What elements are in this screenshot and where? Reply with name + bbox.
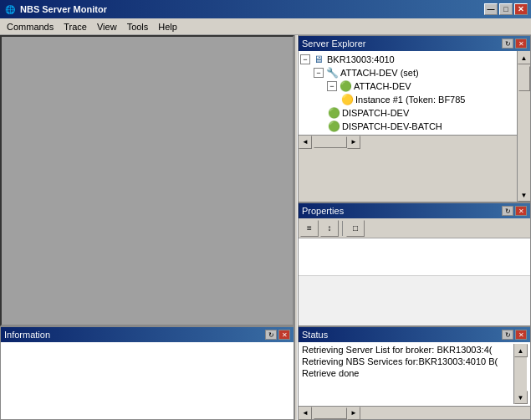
properties-description [299, 275, 530, 325]
dispatch-dev-icon: 🟢 [327, 106, 340, 120]
tree-item-attach-dev[interactable]: − 🟢 ATTACH-DEV [300, 79, 515, 93]
properties-close-button[interactable]: ✕ [515, 206, 527, 216]
server-explorer-close-button[interactable]: ✕ [515, 38, 527, 49]
server-label: BKR13003:4010 [327, 54, 395, 64]
tree-item-instance[interactable]: 🟡 Instance #1 (Token: BF785 [300, 93, 515, 106]
status-scroll-right[interactable]: ► [347, 407, 360, 420]
title-bar: 🌐 NBS Server Monitor — □ ✕ [0, 0, 531, 18]
tree-area: − 🖥 BKR13003:4010 − 🔧 ATTACH-DEV (set) [299, 51, 517, 135]
tree-scroll-right[interactable]: ► [347, 136, 360, 149]
tree-item-server[interactable]: − 🖥 BKR13003:4010 [300, 53, 515, 66]
server-explorer-header-buttons: ↻ ✕ [502, 38, 527, 49]
information-panel: Information ↻ ✕ [0, 326, 294, 420]
status-line-1: Retrieving Server List for broker: BKR13… [302, 344, 513, 356]
server-explorer-title: Server Explorer [302, 38, 365, 49]
menu-tools[interactable]: Tools [122, 20, 154, 33]
tree-scroll-thumb-v[interactable] [518, 66, 530, 91]
window-title: NBS Server Monitor [20, 4, 484, 14]
minimize-button[interactable]: — [484, 3, 498, 15]
properties-title: Properties [302, 206, 344, 216]
tree-expand-attach-set[interactable]: − [314, 68, 324, 78]
properties-pages-button[interactable]: □ [346, 220, 365, 237]
attach-dev-icon: 🟢 [339, 79, 352, 93]
server-explorer-refresh-button[interactable]: ↻ [502, 38, 513, 49]
status-scroll-down[interactable]: ▼ [514, 391, 528, 404]
properties-sort-button[interactable]: ↕ [320, 220, 339, 237]
attach-set-label: ATTACH-DEV (set) [340, 68, 419, 78]
status-panel: Status ↻ ✕ Retrieving Server List for br… [298, 326, 531, 420]
menu-view[interactable]: View [92, 20, 122, 33]
menu-help[interactable]: Help [153, 20, 182, 33]
tree-scroll-area: − 🖥 BKR13003:4010 − 🔧 ATTACH-DEV (set) [299, 51, 530, 202]
attach-set-icon: 🔧 [325, 66, 339, 79]
tree-expand-attach-dev[interactable]: − [327, 81, 337, 91]
main-content-area [0, 35, 294, 326]
status-scroll-thumb-h[interactable] [314, 407, 347, 419]
main-container: Information ↻ ✕ Server Explorer ↻ ✕ [0, 35, 531, 420]
properties-content [299, 238, 530, 275]
instance-icon: 🟡 [340, 93, 354, 106]
server-icon: 🖥 [312, 53, 325, 66]
status-text-area: Retrieving Server List for broker: BKR13… [302, 344, 513, 404]
status-line-2: Retrieving NBS Services for:BKR13003:401… [302, 356, 513, 367]
tree-scroll-left[interactable]: ◄ [299, 136, 312, 149]
maximize-button[interactable]: □ [499, 3, 513, 15]
status-scroll-left[interactable]: ◄ [299, 407, 312, 420]
status-content: Retrieving Server List for broker: BKR13… [299, 342, 530, 406]
information-refresh-button[interactable]: ↻ [265, 330, 277, 340]
tree-item-dispatch-dev[interactable]: 🟢 DISPATCH-DEV [300, 106, 515, 120]
dispatch-dev-label: DISPATCH-DEV [342, 108, 409, 118]
tree-item-attach-set[interactable]: − 🔧 ATTACH-DEV (set) [300, 66, 515, 79]
menu-commands[interactable]: Commands [2, 20, 59, 33]
properties-panel: Properties ↻ ✕ ≡ ↕ □ [298, 202, 531, 326]
tree-expand-server[interactable]: − [300, 54, 310, 64]
status-refresh-button[interactable]: ↻ [502, 330, 513, 340]
properties-header: Properties ↻ ✕ [299, 203, 530, 218]
right-panel: Server Explorer ↻ ✕ − 🖥 BKR13003:4010 [298, 35, 531, 420]
tree-v-scrollbar[interactable]: ▲ ▼ [517, 51, 530, 202]
information-title: Information [4, 330, 50, 340]
tree-content: − 🖥 BKR13003:4010 − 🔧 ATTACH-DEV (set) [299, 51, 517, 202]
dispatch-dev-batch-label: DISPATCH-DEV-BATCH [342, 121, 442, 131]
tree-scroll-up[interactable]: ▲ [518, 51, 531, 64]
close-button[interactable]: ✕ [514, 3, 528, 15]
server-explorer-header: Server Explorer ↻ ✕ [299, 36, 530, 51]
left-panel: Information ↻ ✕ [0, 35, 294, 420]
menu-bar: Commands Trace View Tools Help [0, 18, 531, 35]
status-header-buttons: ↻ ✕ [502, 330, 527, 340]
status-title: Status [302, 330, 328, 340]
information-content [1, 342, 294, 419]
status-h-scrollbar[interactable]: ◄ ► [299, 406, 530, 419]
toolbar-separator [342, 221, 343, 236]
properties-refresh-button[interactable]: ↻ [502, 206, 513, 216]
menu-trace[interactable]: Trace [59, 20, 92, 33]
information-header: Information ↻ ✕ [1, 327, 294, 342]
status-scroll-up[interactable]: ▲ [514, 344, 528, 357]
properties-categorize-button[interactable]: ≡ [300, 220, 319, 237]
window-controls: — □ ✕ [484, 3, 528, 15]
tree-scroll-down[interactable]: ▼ [518, 188, 531, 202]
status-header: Status ↻ ✕ [299, 327, 530, 342]
instance-label: Instance #1 (Token: BF785 [355, 95, 465, 105]
information-header-buttons: ↻ ✕ [265, 330, 290, 340]
properties-toolbar: ≡ ↕ □ [299, 218, 530, 238]
attach-dev-label: ATTACH-DEV [354, 81, 411, 91]
tree-h-scrollbar[interactable]: ◄ ► [299, 135, 517, 148]
app-icon: 🌐 [3, 3, 17, 16]
server-explorer-panel: Server Explorer ↻ ✕ − 🖥 BKR13003:4010 [298, 35, 531, 202]
status-v-scrollbar[interactable]: ▲ ▼ [513, 344, 527, 404]
status-close-button[interactable]: ✕ [515, 330, 527, 340]
tree-scroll-thumb-h[interactable] [314, 136, 347, 148]
properties-header-buttons: ↻ ✕ [502, 206, 527, 216]
dispatch-dev-batch-icon: 🟢 [327, 120, 340, 133]
status-line-3: Retrieve done [302, 367, 513, 379]
tree-item-dispatch-dev-batch[interactable]: 🟢 DISPATCH-DEV-BATCH [300, 120, 515, 133]
information-close-button[interactable]: ✕ [278, 330, 290, 340]
